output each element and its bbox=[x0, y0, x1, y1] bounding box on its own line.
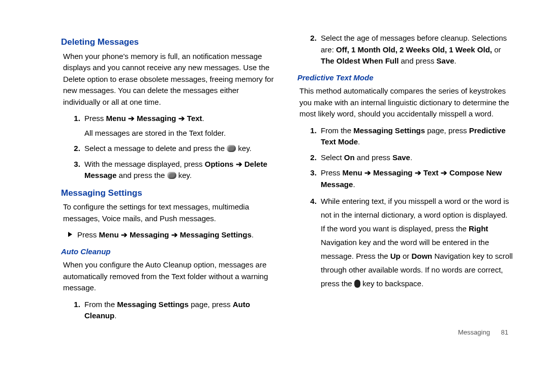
ok-key-icon bbox=[227, 145, 236, 152]
page-body: Deleting Messages When your phone's memo… bbox=[0, 0, 549, 337]
footer-page-num: 81 bbox=[501, 328, 508, 336]
bold: Messaging Settings bbox=[353, 126, 425, 135]
menu-path: Menu ➔ Messaging ➔ Text bbox=[106, 114, 202, 123]
heading-predictive-text: Predictive Text Mode bbox=[297, 72, 513, 84]
bold: Save bbox=[437, 56, 454, 65]
text: Select a message to delete and press the bbox=[84, 144, 227, 153]
li-step1: Press Menu ➔ Messaging ➔ Text. All messa… bbox=[82, 113, 277, 139]
text: key. bbox=[176, 171, 192, 179]
text: From the bbox=[84, 300, 117, 309]
li-autocleanup-1: From the Messaging Settings page, press … bbox=[82, 299, 277, 322]
list-autocleanup-steps: From the Messaging Settings page, press … bbox=[61, 299, 277, 322]
text: or bbox=[494, 45, 501, 54]
bold: Up bbox=[390, 252, 401, 260]
text: Press bbox=[321, 168, 343, 177]
footer-section: Messaging bbox=[458, 328, 490, 336]
li-pred-4: While entering text, if you misspell a w… bbox=[319, 194, 513, 290]
bold: Down bbox=[411, 252, 432, 260]
para-predictive-intro: This method automatically compares the s… bbox=[299, 85, 513, 120]
list-autocleanup-cont: Select the age of messages before cleanu… bbox=[297, 33, 513, 67]
text: page, press bbox=[189, 300, 233, 309]
text: . bbox=[358, 137, 360, 146]
bold: On bbox=[344, 153, 355, 162]
li-pred-1: From the Messaging Settings page, press … bbox=[319, 125, 513, 148]
heading-messaging-settings: Messaging Settings bbox=[61, 187, 277, 200]
text: . bbox=[252, 230, 254, 239]
menu-path: Menu ➔ Messaging ➔ Text ➔ Compose New Me… bbox=[321, 168, 502, 189]
para-delete-intro: When your phone's memory is full, an not… bbox=[63, 51, 277, 108]
text: Press bbox=[77, 230, 99, 239]
list-predictive-steps: From the Messaging Settings page, press … bbox=[297, 125, 513, 291]
text: From the bbox=[321, 126, 353, 135]
text: Select bbox=[321, 153, 344, 162]
text: . bbox=[114, 311, 116, 320]
backspace-key-icon bbox=[354, 280, 360, 288]
li-pred-3: Press Menu ➔ Messaging ➔ Text ➔ Compose … bbox=[319, 167, 513, 190]
bullet-menu-path: Press Menu ➔ Messaging ➔ Messaging Setti… bbox=[68, 229, 277, 241]
text: . bbox=[410, 153, 412, 162]
para-settings-intro: To configure the settings for text messa… bbox=[63, 201, 277, 224]
text: With the message displayed, press bbox=[84, 160, 205, 168]
text: . bbox=[353, 180, 355, 189]
text: Press bbox=[84, 114, 106, 123]
text: and press bbox=[355, 153, 392, 162]
li-step3: With the message displayed, press Option… bbox=[82, 159, 277, 182]
text: key. bbox=[236, 144, 252, 153]
text: . bbox=[454, 56, 456, 65]
bold: Off, 1 Month Old, 2 Weeks Old, 1 Week Ol… bbox=[336, 45, 494, 54]
substep: All messages are stored in the Text fold… bbox=[84, 128, 277, 139]
ok-key-icon bbox=[167, 172, 176, 179]
para-auto-cleanup: When you configure the Auto Cleanup opti… bbox=[63, 259, 277, 294]
left-column: Deleting Messages When your phone's memo… bbox=[61, 31, 277, 327]
heading-auto-cleanup: Auto Cleanup bbox=[61, 246, 277, 258]
bold: Messaging Settings bbox=[117, 300, 189, 309]
page-footer: Messaging 81 bbox=[458, 328, 508, 336]
text: . bbox=[202, 114, 204, 123]
text: or bbox=[401, 252, 412, 260]
li-step2: Select a message to delete and press the… bbox=[82, 143, 277, 155]
list-delete-steps: Press Menu ➔ Messaging ➔ Text. All messa… bbox=[61, 113, 277, 182]
text: key to backspace. bbox=[360, 279, 423, 288]
text: and press the bbox=[116, 171, 167, 179]
text: and press bbox=[399, 56, 436, 65]
menu-path: Menu ➔ Messaging ➔ Messaging Settings bbox=[99, 230, 252, 239]
li-autocleanup-2: Select the age of messages before cleanu… bbox=[319, 33, 513, 67]
heading-deleting-messages: Deleting Messages bbox=[61, 36, 277, 49]
text: page, press bbox=[425, 126, 469, 135]
bold: Right bbox=[469, 224, 488, 233]
bold: Save bbox=[392, 153, 410, 162]
right-column: Select the age of messages before cleanu… bbox=[297, 31, 513, 327]
li-pred-2: Select On and press Save. bbox=[319, 152, 513, 164]
bold: The Oldest When Full bbox=[321, 56, 399, 65]
